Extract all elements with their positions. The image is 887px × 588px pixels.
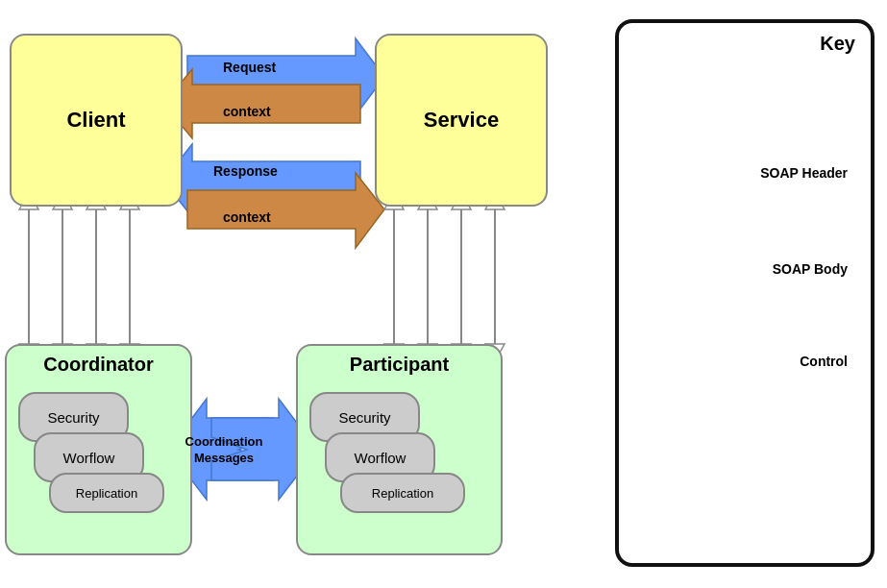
- coord-security-label: Security: [47, 409, 99, 426]
- part-workflow-label: Worflow: [355, 450, 407, 466]
- service-label: Service: [424, 108, 499, 133]
- response-blue-arrow: [163, 144, 360, 217]
- client-label: Client: [66, 108, 125, 133]
- key-title: Key: [820, 33, 855, 55]
- request-label: Request: [223, 60, 276, 75]
- key-soap-body-label: SOAP Body: [773, 261, 848, 277]
- diagram-container: Client Service Coordinator Security Worf…: [0, 0, 887, 588]
- coord-messages-label: CoordinationMessages: [171, 434, 277, 467]
- key-control-label: Control: [800, 354, 848, 369]
- coordinator-label: Coordinator: [7, 354, 190, 376]
- coordinator-box: Coordinator Security Worflow Replication: [5, 344, 192, 555]
- coord-replication-label: Replication: [76, 486, 137, 501]
- participant-box: Participant Security Worflow Replication: [296, 344, 503, 555]
- request-blue-arrow: [187, 38, 384, 115]
- context-top-label: context: [223, 104, 271, 119]
- response-label: Response: [213, 163, 278, 179]
- key-soap-header-label: SOAP Header: [760, 165, 848, 181]
- participant-label: Participant: [298, 354, 501, 376]
- part-replication-label: Replication: [372, 486, 433, 501]
- part-security-label: Security: [338, 409, 390, 426]
- context-bottom-label: context: [223, 209, 271, 225]
- response-orange-arrow: [187, 173, 384, 248]
- coord-workflow-label: Worflow: [63, 450, 115, 466]
- key-box: Key SOAP Header SOAP Body Control: [615, 19, 875, 567]
- client-box: Client: [10, 34, 183, 207]
- part-replication-box: Replication: [340, 473, 465, 513]
- service-box: Service: [375, 34, 548, 207]
- coord-replication-box: Replication: [49, 473, 164, 513]
